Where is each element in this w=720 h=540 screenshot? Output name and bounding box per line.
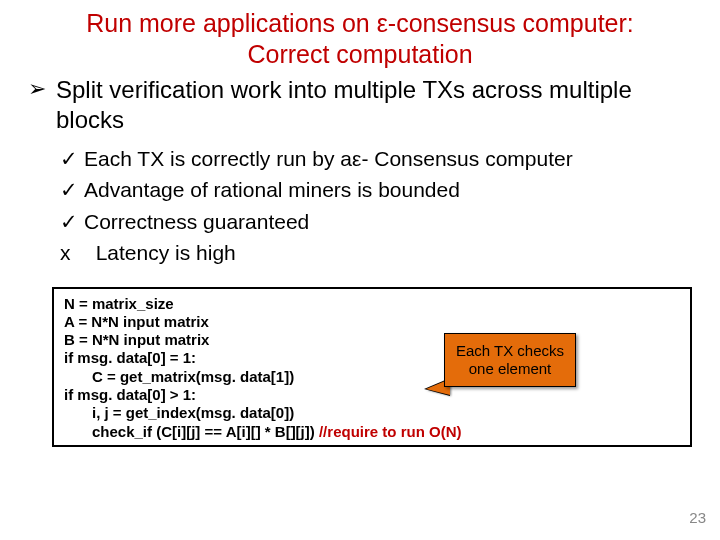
check-icon: ✓: [60, 174, 78, 206]
code-line: if msg. data[0] = 1:: [64, 349, 680, 367]
slide-title: Run more applications on ε-consensus com…: [0, 8, 720, 71]
code-line: if msg. data[0] > 1:: [64, 386, 680, 404]
code-box: N = matrix_size A = N*N input matrix B =…: [52, 287, 692, 447]
callout: Each TX checks one element: [444, 333, 584, 393]
sub-item: ✓ Correctness guaranteed: [60, 206, 692, 238]
title-line2: Correct computation: [247, 40, 472, 68]
sub-bullet-list: ✓ Each TX is correctly run by aε- Consen…: [0, 137, 720, 269]
sub-text: Correctness guaranteed: [84, 210, 309, 233]
callout-text: Each TX checks one element: [445, 342, 575, 377]
x-icon: x: [60, 237, 71, 269]
sub-item: ✓ Advantage of rational miners is bounde…: [60, 174, 692, 206]
title-line1: Run more applications on ε-consensus com…: [86, 9, 634, 37]
main-bullet: ➢ Split verification work into multiple …: [0, 71, 720, 137]
page-number: 23: [689, 509, 706, 526]
sub-text: Advantage of rational miners is bounded: [84, 178, 460, 201]
code-line: A = N*N input matrix: [64, 313, 680, 331]
code-line: i, j = get_index(msg. data[0]): [64, 404, 680, 422]
code-line: B = N*N input matrix: [64, 331, 680, 349]
check-icon: ✓: [60, 143, 78, 175]
code-line: check_if (C[i][j] == A[i][] * B[][j]) //…: [64, 423, 680, 441]
sub-text: Latency is high: [96, 241, 236, 264]
check-icon: ✓: [60, 206, 78, 238]
sub-item: x Latency is high: [60, 237, 692, 269]
callout-box: Each TX checks one element: [444, 333, 576, 387]
main-bullet-text: Split verification work into multiple TX…: [56, 76, 632, 133]
code-line: N = matrix_size: [64, 295, 680, 313]
arrow-icon: ➢: [28, 75, 46, 103]
sub-text: Each TX is correctly run by aε- Consensu…: [84, 147, 573, 170]
sub-item: ✓ Each TX is correctly run by aε- Consen…: [60, 143, 692, 175]
code-line: C = get_matrix(msg. data[1]): [64, 368, 680, 386]
